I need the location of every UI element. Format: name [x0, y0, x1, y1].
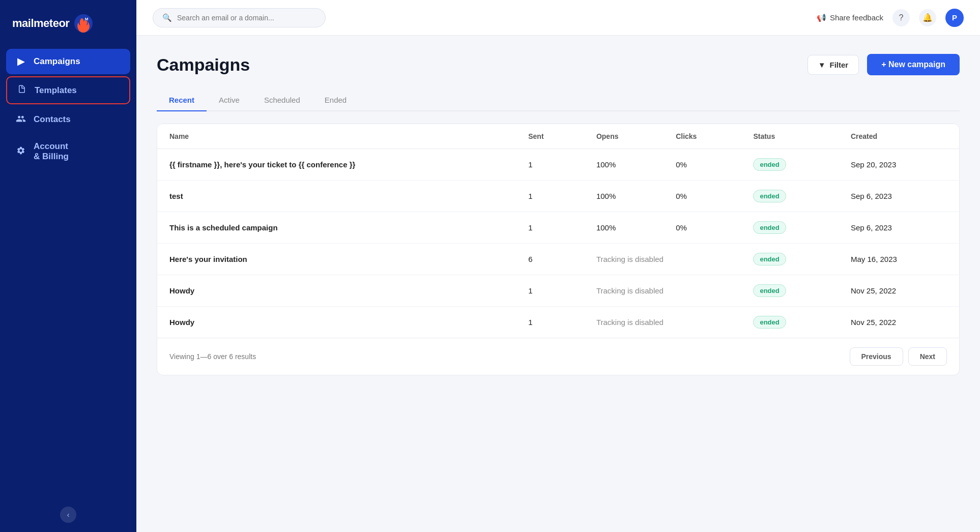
- previous-button[interactable]: Previous: [850, 347, 903, 366]
- status-badge: ended: [753, 221, 786, 234]
- cell-opens: Tracking is disabled: [584, 244, 741, 275]
- tab-recent[interactable]: Recent: [157, 90, 207, 111]
- col-opens: Opens: [584, 124, 664, 149]
- help-button[interactable]: ?: [892, 9, 910, 26]
- status-badge: ended: [753, 190, 786, 202]
- cell-name: Howdy: [157, 275, 516, 307]
- table-row[interactable]: This is a scheduled campaign 1 100%0% en…: [157, 212, 959, 244]
- account-billing-icon: [15, 146, 26, 158]
- topbar-right: 📢 Share feedback ? 🔔 P: [817, 9, 964, 27]
- table-row[interactable]: Howdy 1 Tracking is disabled ended Nov 2…: [157, 307, 959, 338]
- tab-scheduled-label: Scheduled: [264, 96, 300, 104]
- svg-text:M: M: [85, 17, 89, 21]
- next-button[interactable]: Next: [908, 347, 947, 366]
- col-sent: Sent: [516, 124, 584, 149]
- cell-created: Sep 6, 2023: [839, 212, 959, 244]
- main-area: 🔍 📢 Share feedback ? 🔔 P Campaigns: [136, 0, 980, 532]
- megaphone-icon: 📢: [817, 13, 826, 22]
- table-row[interactable]: {{ firstname }}, here's your ticket to {…: [157, 149, 959, 181]
- help-icon: ?: [899, 13, 904, 22]
- cell-sent: 1: [516, 275, 584, 307]
- search-input[interactable]: [177, 14, 316, 22]
- cell-name: This is a scheduled campaign: [157, 212, 516, 244]
- campaign-tabs: Recent Active Scheduled Ended: [157, 90, 960, 111]
- sidebar-item-campaigns[interactable]: ▶ Campaigns: [6, 49, 130, 74]
- cell-sent: 1: [516, 212, 584, 244]
- table-body: {{ firstname }}, here's your ticket to {…: [157, 149, 959, 338]
- viewing-text: Viewing 1—6 over 6 results: [169, 352, 256, 361]
- tab-ended[interactable]: Ended: [312, 90, 359, 111]
- tab-recent-label: Recent: [169, 96, 194, 104]
- tab-scheduled[interactable]: Scheduled: [252, 90, 312, 111]
- filter-icon: ▼: [818, 61, 826, 69]
- tab-active-label: Active: [219, 96, 240, 104]
- new-campaign-button[interactable]: + New campaign: [867, 54, 960, 75]
- sidebar-bottom: ‹: [0, 507, 136, 523]
- cell-opens: Tracking is disabled: [584, 307, 741, 338]
- col-clicks: Clicks: [664, 124, 741, 149]
- status-badge: ended: [753, 158, 786, 171]
- cell-status: ended: [741, 212, 839, 244]
- next-label: Next: [920, 352, 935, 361]
- sidebar-logo: mailmeteor M: [0, 0, 136, 45]
- cell-clicks: 0%: [664, 212, 741, 244]
- cell-name: {{ firstname }}, here's your ticket to {…: [157, 149, 516, 181]
- cell-sent: 1: [516, 149, 584, 181]
- sidebar-nav: ▶ Campaigns Templates Contacts Account& …: [0, 45, 136, 173]
- page-header: Campaigns ▼ Filter + New campaign: [157, 54, 960, 75]
- sidebar-item-contacts[interactable]: Contacts: [6, 106, 130, 132]
- topbar: 🔍 📢 Share feedback ? 🔔 P: [136, 0, 980, 36]
- cell-opens: 100%: [584, 149, 664, 181]
- filter-label: Filter: [829, 61, 848, 69]
- cell-clicks: 0%: [664, 181, 741, 212]
- sidebar-item-label-campaigns: Campaigns: [34, 56, 80, 67]
- share-feedback-button[interactable]: 📢 Share feedback: [817, 13, 883, 22]
- cell-created: Nov 25, 2022: [839, 275, 959, 307]
- campaigns-table-container: Name Sent Opens Clicks Status Created {{…: [157, 124, 960, 375]
- sidebar-item-account-billing[interactable]: Account& Billing: [6, 134, 130, 169]
- user-avatar[interactable]: P: [945, 9, 964, 27]
- avatar-letter: P: [952, 13, 957, 22]
- cell-created: Sep 6, 2023: [839, 181, 959, 212]
- cell-sent: 1: [516, 307, 584, 338]
- cell-status: ended: [741, 244, 839, 275]
- previous-label: Previous: [861, 352, 891, 361]
- col-status: Status: [741, 124, 839, 149]
- table-row[interactable]: Howdy 1 Tracking is disabled ended Nov 2…: [157, 275, 959, 307]
- cell-status: ended: [741, 149, 839, 181]
- collapse-button[interactable]: ‹: [60, 507, 76, 523]
- table-header: Name Sent Opens Clicks Status Created: [157, 124, 959, 149]
- templates-icon: [16, 84, 27, 96]
- col-name: Name: [157, 124, 516, 149]
- page-content: Campaigns ▼ Filter + New campaign Recent…: [136, 36, 980, 532]
- cell-sent: 6: [516, 244, 584, 275]
- cell-status: ended: [741, 307, 839, 338]
- status-badge: ended: [753, 316, 786, 329]
- search-box[interactable]: 🔍: [153, 8, 326, 27]
- collapse-icon: ‹: [67, 511, 70, 519]
- sidebar-item-label-templates: Templates: [35, 85, 77, 96]
- sidebar: mailmeteor M ▶ Campaigns Templates: [0, 0, 136, 532]
- logo-text: mailmeteor: [12, 17, 69, 30]
- notifications-button[interactable]: 🔔: [919, 9, 936, 26]
- cell-name: Howdy: [157, 307, 516, 338]
- page-title: Campaigns: [157, 55, 250, 75]
- cell-opens: 100%: [584, 212, 664, 244]
- cell-sent: 1: [516, 181, 584, 212]
- campaigns-icon: ▶: [15, 56, 26, 67]
- table-row[interactable]: Here's your invitation 6 Tracking is dis…: [157, 244, 959, 275]
- header-actions: ▼ Filter + New campaign: [808, 54, 960, 75]
- table-row[interactable]: test 1 100%0% ended Sep 6, 2023: [157, 181, 959, 212]
- status-badge: ended: [753, 253, 786, 265]
- tab-active[interactable]: Active: [207, 90, 252, 111]
- search-icon: 🔍: [162, 13, 172, 22]
- cell-opens: 100%: [584, 181, 664, 212]
- cell-opens: Tracking is disabled: [584, 275, 741, 307]
- pagination-buttons: Previous Next: [850, 347, 947, 366]
- sidebar-item-label-account: Account& Billing: [34, 141, 69, 162]
- bell-icon: 🔔: [923, 13, 933, 22]
- campaigns-table: Name Sent Opens Clicks Status Created {{…: [157, 124, 959, 338]
- filter-button[interactable]: ▼ Filter: [808, 55, 859, 75]
- cell-status: ended: [741, 275, 839, 307]
- sidebar-item-templates[interactable]: Templates: [6, 76, 130, 104]
